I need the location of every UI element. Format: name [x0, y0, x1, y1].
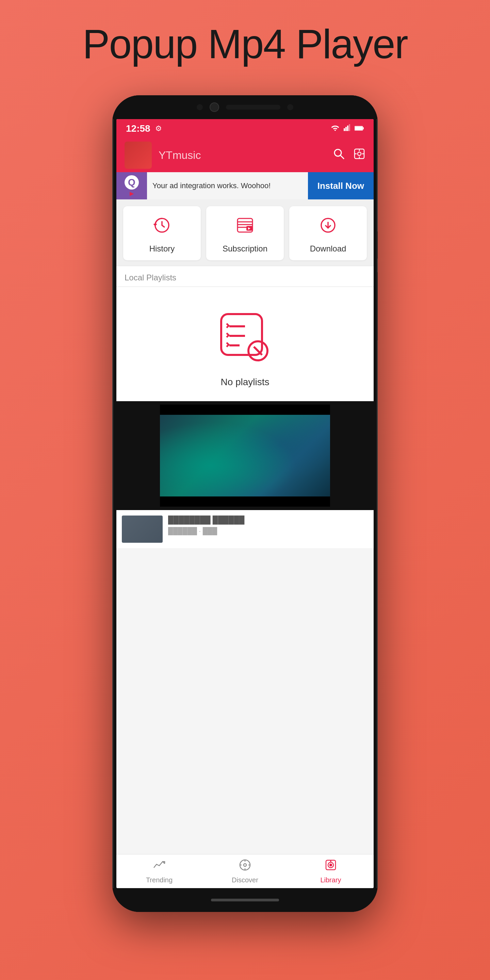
- svg-point-31: [243, 864, 247, 866]
- svg-rect-2: [347, 126, 348, 131]
- battery-icon: [355, 124, 364, 133]
- empty-playlists-icon: [215, 307, 275, 369]
- history-label: History: [150, 244, 175, 253]
- phone-camera: [210, 102, 219, 112]
- bottom-content: ████████ ██████ ██████ · ███: [116, 510, 374, 548]
- search-icon[interactable]: [333, 148, 345, 163]
- bottom-thumbnail: [122, 515, 163, 543]
- volume-up-button: [376, 231, 378, 259]
- ad-icon-circle: Q: [124, 175, 139, 189]
- history-card[interactable]: History: [123, 206, 201, 260]
- history-icon: [153, 216, 172, 239]
- download-icon: [318, 216, 337, 239]
- phone-bottom-bar: [112, 888, 378, 912]
- local-playlists-header: Local Playlists: [116, 266, 374, 286]
- trending-label: Trending: [146, 876, 172, 884]
- power-button: [377, 299, 378, 340]
- library-icon: [325, 859, 337, 874]
- bottom-meta: ██████ · ███: [168, 527, 368, 535]
- phone-sensor: [197, 104, 203, 110]
- phone-speaker: [226, 105, 280, 110]
- install-now-button[interactable]: Install Now: [308, 172, 374, 199]
- trending-icon: [153, 859, 165, 874]
- subscription-label: Subscription: [223, 244, 267, 253]
- status-right: [331, 124, 364, 133]
- svg-line-8: [340, 156, 344, 159]
- download-label: Download: [310, 244, 347, 253]
- feature-cards-row: History Subscription: [116, 199, 374, 266]
- home-indicator: [211, 899, 279, 901]
- phone-top-bar: [112, 95, 378, 119]
- signal-icon: [344, 124, 350, 133]
- header-actions: [333, 148, 366, 163]
- video-black-top: [160, 404, 330, 415]
- ad-brand-letter: Q: [128, 177, 135, 188]
- wifi-icon: [331, 124, 340, 133]
- download-card[interactable]: Download: [289, 206, 367, 260]
- empty-text: No playlists: [221, 377, 269, 388]
- header-title: YTmusic: [159, 149, 326, 162]
- nav-trending[interactable]: Trending: [116, 859, 202, 884]
- svg-point-10: [358, 152, 361, 156]
- volume-down-button: [376, 272, 378, 299]
- header-thumbnail: [124, 142, 152, 169]
- nav-library[interactable]: Library: [288, 859, 374, 884]
- bottom-title: ████████ ██████: [168, 515, 368, 524]
- phone-screen: 12:58 ⚙: [116, 119, 374, 888]
- svg-rect-3: [349, 124, 350, 131]
- svg-rect-6: [363, 127, 364, 129]
- phone-frame: 12:58 ⚙: [112, 95, 378, 912]
- empty-state: No playlists: [116, 287, 374, 401]
- video-thumbnail: [160, 404, 330, 507]
- svg-point-7: [334, 150, 341, 156]
- settings-icon[interactable]: [353, 148, 366, 163]
- library-label: Library: [320, 876, 341, 884]
- ad-play-icon: ▶: [130, 190, 134, 197]
- discover-label: Discover: [232, 876, 258, 884]
- svg-point-38: [330, 864, 332, 866]
- bottom-info: ████████ ██████ ██████ · ███: [168, 515, 368, 535]
- status-left: 12:58 ⚙: [126, 123, 162, 134]
- page-title: Popup Mp4 Player: [0, 21, 490, 67]
- nav-bar: Trending Discover: [116, 854, 374, 888]
- status-time: 12:58: [126, 123, 150, 134]
- status-bar: 12:58 ⚙: [116, 119, 374, 138]
- video-black-bottom: [160, 496, 330, 507]
- svg-rect-0: [344, 128, 345, 131]
- discover-icon: [239, 859, 251, 874]
- subscription-icon: [235, 216, 255, 239]
- video-area: [116, 401, 374, 510]
- phone-sensor2: [287, 104, 293, 110]
- ad-text: Your ad integration works. Woohoo!: [147, 181, 308, 190]
- ad-icon-area: Q ▶: [116, 172, 147, 199]
- svg-rect-5: [355, 127, 363, 130]
- ad-banner: Q ▶ Your ad integration works. Woohoo! I…: [116, 172, 374, 199]
- nav-discover[interactable]: Discover: [202, 859, 288, 884]
- svg-rect-1: [345, 127, 347, 131]
- subscription-card[interactable]: Subscription: [206, 206, 284, 260]
- settings-status-icon: ⚙: [155, 124, 162, 133]
- app-header: YTmusic: [116, 138, 374, 172]
